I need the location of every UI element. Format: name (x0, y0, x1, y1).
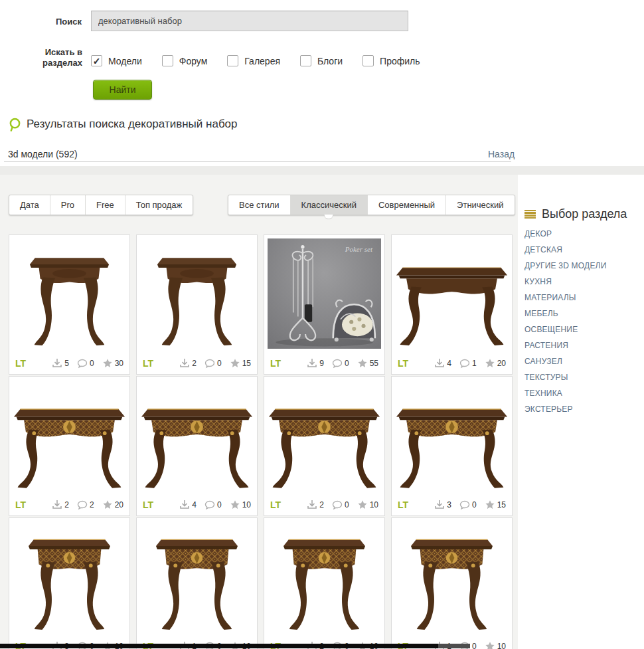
comments-count: 0 (217, 500, 222, 510)
model-thumbnail[interactable] (264, 518, 384, 635)
license-badge: LT (270, 358, 299, 369)
rating-count: 15 (242, 359, 251, 368)
sidebar-item[interactable]: ТЕХНИКА (524, 385, 643, 401)
model-thumbnail[interactable] (392, 377, 512, 494)
model-card[interactable]: LT 1 0 (136, 517, 258, 649)
license-badge: LT (15, 358, 44, 369)
star-icon (102, 358, 113, 369)
model-thumbnail[interactable] (137, 518, 257, 635)
model-thumbnail[interactable] (392, 235, 512, 352)
rating-stat: 15 (230, 358, 251, 369)
model-thumbnail[interactable] (264, 377, 384, 494)
downloads-stat: 2 (52, 500, 69, 510)
section-checkbox-item[interactable]: ✓ Форум (162, 55, 208, 66)
star-icon (485, 641, 495, 649)
rating-stat: 55 (357, 358, 378, 369)
rating-stat: 15 (485, 500, 506, 510)
downloads-count: 3 (447, 500, 451, 510)
model-card[interactable]: LT 3 0 (9, 517, 130, 649)
sidebar-item[interactable]: МЕБЕЛЬ (524, 306, 643, 322)
card-stats-bar: LT 3 0 (392, 494, 512, 515)
download-icon (434, 500, 445, 510)
model-card[interactable]: LT 4 1 (391, 234, 513, 375)
checkbox-box[interactable]: ✓ (362, 55, 374, 66)
section-checkbox-item[interactable]: ✓ Блоги (300, 55, 343, 66)
model-card[interactable]: LT 3 0 (391, 376, 513, 516)
section-checkbox-item[interactable]: ✓ Галерея (227, 55, 280, 66)
sort-tab[interactable]: Дата (9, 195, 50, 215)
model-thumbnail[interactable] (137, 377, 257, 494)
model-card[interactable]: LT 4 0 (136, 376, 258, 516)
section-checkbox-item[interactable]: ✓ Профиль (362, 55, 420, 66)
sidebar-item[interactable]: ЭКСТЕРЬЕР (524, 401, 643, 417)
rating-count: 55 (370, 359, 378, 368)
checkbox-label: Профиль (380, 56, 420, 66)
sidebar-item[interactable]: КУХНЯ (524, 274, 643, 290)
style-tab-group: Все стили Классический Современный Этнич… (228, 195, 515, 215)
window-edge-bar (0, 644, 438, 648)
back-link[interactable]: Назад (488, 149, 515, 159)
downloads-stat: 2 (307, 500, 324, 510)
comments-stat: 0 (204, 500, 222, 510)
comment-icon (332, 500, 343, 510)
checkbox-box[interactable]: ✓ (91, 55, 102, 66)
model-card[interactable]: LT 2 2 (9, 376, 130, 516)
comments-count: 0 (345, 359, 349, 368)
section-checkbox-item[interactable]: ✓ Модели (91, 55, 142, 66)
style-tab[interactable]: Этнический (445, 195, 514, 215)
sidebar-item[interactable]: ДРУГИЕ 3D МОДЕЛИ (524, 258, 643, 274)
rating-count: 10 (497, 642, 506, 649)
comments-count: 0 (472, 642, 477, 649)
sort-tab[interactable]: Free (85, 195, 125, 215)
model-card[interactable]: LT 5 0 (9, 234, 130, 375)
model-thumbnail[interactable]: Poker set (264, 235, 384, 352)
sidebar-item[interactable]: ДЕКОР (524, 226, 643, 242)
sidebar-item[interactable]: ОСВЕЩЕНИЕ (524, 322, 643, 337)
comment-icon (332, 358, 343, 369)
rating-count: 20 (497, 359, 506, 368)
search-results-page: Поиск Искать в разделах ✓ Модели ✓ Форум… (0, 0, 644, 649)
style-tab[interactable]: Современный (367, 195, 445, 215)
license-badge: LT (15, 500, 44, 510)
rating-stat: 20 (485, 358, 506, 369)
model-card[interactable]: LT 2 0 (264, 376, 385, 516)
sidebar-item[interactable]: МАТЕРИАЛЫ (524, 290, 643, 306)
comments-count: 1 (472, 359, 477, 368)
checkbox-box[interactable]: ✓ (300, 55, 311, 66)
model-card[interactable]: LT 2 0 (264, 517, 385, 649)
sidebar-item[interactable]: ДЕТСКАЯ (524, 242, 643, 258)
search-input[interactable] (91, 11, 408, 31)
find-button[interactable]: Найти (93, 80, 152, 100)
model-thumbnail[interactable] (9, 518, 129, 635)
model-thumbnail[interactable] (9, 235, 129, 352)
sidebar-item[interactable]: РАСТЕНИЯ (524, 337, 643, 353)
star-icon (230, 358, 240, 369)
checkbox-box[interactable]: ✓ (162, 55, 173, 66)
model-card[interactable]: LT 2 0 (136, 234, 258, 375)
downloads-count: 5 (64, 359, 69, 368)
downloads-stat: 2 (179, 358, 197, 369)
sort-tab[interactable]: Топ продаж (125, 195, 193, 215)
style-tab[interactable]: Все стили (228, 195, 290, 215)
downloads-stat: 5 (52, 358, 69, 369)
comment-icon (459, 500, 470, 510)
download-icon (434, 358, 445, 369)
comment-icon (204, 500, 215, 510)
sidebar-item[interactable]: САНУЗЕЛ (524, 353, 643, 369)
section-list-icon (524, 210, 536, 219)
model-card[interactable]: LT 1 0 (391, 517, 513, 649)
checkbox-label: Блоги (317, 56, 343, 66)
downloads-stat: 9 (307, 358, 324, 369)
downloads-stat: 3 (434, 500, 451, 510)
model-thumbnail[interactable] (137, 235, 257, 352)
model-card[interactable]: Poker set LT 9 0 (264, 234, 385, 375)
style-tab[interactable]: Классический (290, 195, 367, 215)
model-thumbnail[interactable] (9, 377, 129, 494)
model-thumbnail[interactable] (392, 518, 512, 635)
sort-tab[interactable]: Pro (50, 195, 85, 215)
checkbox-box[interactable]: ✓ (227, 55, 238, 66)
card-stats-bar: LT 4 0 (137, 494, 257, 515)
search-sections-label: Искать в разделах (19, 47, 82, 68)
sidebar-item[interactable]: ТЕКСТУРЫ (524, 369, 643, 385)
category-count: 3d модели (592) (8, 149, 78, 159)
